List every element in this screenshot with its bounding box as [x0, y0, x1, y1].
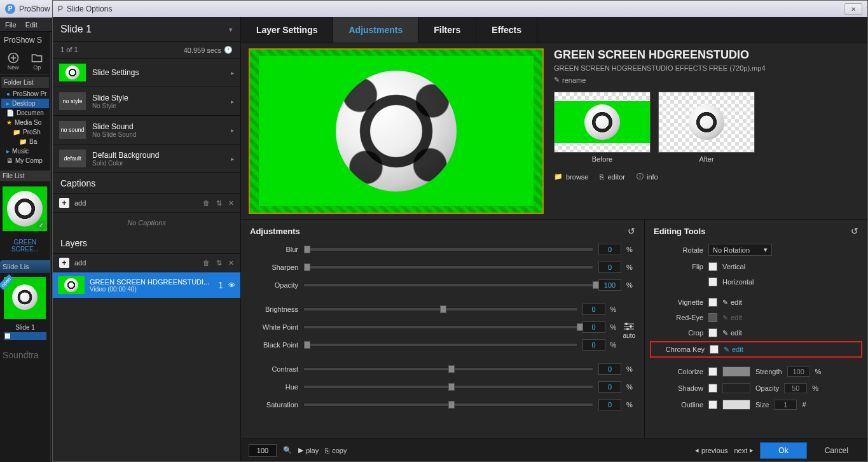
open-button[interactable]: Op	[28, 51, 47, 71]
tree-item[interactable]: ▸Desktop	[1, 99, 49, 108]
reset-icon[interactable]: ↺	[628, 226, 635, 236]
slider-track[interactable]	[303, 283, 593, 287]
add-label[interactable]: add	[74, 259, 86, 267]
tools-icon[interactable]: ✕	[228, 199, 234, 207]
add-caption-button[interactable]: +	[59, 198, 69, 208]
slider-value[interactable]: 0	[582, 321, 605, 333]
tree-item[interactable]: 🖥My Comp	[1, 156, 49, 165]
slider-value[interactable]: 0	[598, 399, 621, 410]
slider-value[interactable]: 0	[598, 363, 621, 375]
auto-button[interactable]: auto	[623, 304, 635, 357]
crop-checkbox[interactable]	[708, 328, 717, 337]
browse-button[interactable]: 📁browse	[554, 172, 588, 181]
outline-size-value[interactable]: 1	[774, 400, 797, 410]
slide-thumbnail[interactable]: open	[4, 277, 46, 319]
menu-icon[interactable]: ▾	[229, 25, 233, 34]
previous-button[interactable]: ◂previous	[695, 446, 728, 454]
outline-checkbox[interactable]	[708, 400, 717, 409]
tree-item[interactable]: ★Media So	[1, 118, 49, 127]
setting-slide-sound[interactable]: no sound Slide SoundNo Slide Sound ▸	[53, 116, 240, 144]
slider-track[interactable]	[303, 385, 593, 389]
slider-handle[interactable]	[577, 323, 583, 331]
slide-timeline-bar[interactable]	[4, 332, 46, 340]
rename-button[interactable]: ✎rename	[554, 76, 860, 84]
outline-swatch[interactable]	[722, 400, 750, 410]
slider-track[interactable]	[303, 343, 577, 347]
slider-track[interactable]	[303, 248, 593, 251]
reorder-icon[interactable]: ⇅	[216, 259, 222, 267]
visibility-icon[interactable]: 👁	[228, 281, 235, 289]
tree-item[interactable]: 📄Documen	[1, 108, 49, 118]
slider-handle[interactable]	[304, 246, 310, 253]
play-button[interactable]: ▶play	[298, 446, 319, 454]
slide-list-header[interactable]: Slide Lis	[0, 260, 50, 273]
new-button[interactable]: New	[4, 51, 23, 71]
ok-button[interactable]: Ok	[760, 442, 806, 459]
slider-track[interactable]	[303, 403, 593, 407]
tab-filters[interactable]: Filters	[418, 17, 476, 43]
setting-default-background[interactable]: default Default BackgroundSolid Color ▸	[53, 144, 240, 173]
crop-edit-button[interactable]: ✎edit	[722, 329, 742, 337]
colorize-checkbox[interactable]	[708, 367, 717, 376]
slider-handle[interactable]	[448, 365, 455, 373]
slider-track[interactable]	[303, 367, 593, 371]
slider-value[interactable]: 0	[598, 381, 621, 393]
add-layer-button[interactable]: +	[59, 258, 69, 268]
preview-canvas[interactable]	[249, 48, 544, 214]
info-button[interactable]: ⓘinfo	[637, 172, 658, 181]
shadow-opacity-value[interactable]: 50	[784, 383, 807, 393]
slider-value[interactable]: 0	[598, 262, 621, 273]
chevron-left-icon: ◂	[695, 446, 699, 454]
zoom-value[interactable]: 100	[249, 444, 277, 457]
menu-edit[interactable]: Edit	[25, 21, 38, 29]
shadow-checkbox[interactable]	[708, 384, 717, 393]
slider-handle[interactable]	[304, 263, 310, 271]
dialog-close-button[interactable]: ✕	[844, 3, 862, 15]
slider-handle[interactable]	[448, 401, 455, 409]
vignette-edit-button[interactable]: ✎edit	[722, 298, 742, 307]
editor-button[interactable]: ⎘editor	[600, 172, 625, 181]
slider-handle[interactable]	[304, 341, 310, 349]
slider-track[interactable]	[303, 265, 593, 269]
magnifier-icon[interactable]: 🔍	[283, 446, 292, 454]
colorize-swatch[interactable]	[722, 367, 750, 377]
slider-value[interactable]: 0	[582, 339, 605, 351]
file-thumbnail[interactable]: ✓	[3, 186, 47, 231]
slider-value[interactable]: 100	[598, 279, 621, 291]
slider-handle[interactable]	[440, 305, 446, 313]
tab-adjustments[interactable]: Adjustments	[333, 17, 418, 43]
tab-layer-settings[interactable]: Layer Settings	[241, 17, 333, 43]
shadow-swatch[interactable]	[722, 383, 750, 393]
add-label[interactable]: add	[74, 199, 86, 207]
trash-icon[interactable]: 🗑	[203, 199, 210, 207]
layer-item[interactable]: GREEN SCREEN HDGREENSTUDI...Video (00:00…	[53, 272, 240, 298]
copy-button[interactable]: ⎘copy	[325, 447, 347, 454]
tab-effects[interactable]: Effects	[476, 17, 537, 43]
reset-icon[interactable]: ↺	[851, 226, 858, 236]
strength-value[interactable]: 100	[787, 367, 810, 377]
slider-handle[interactable]	[593, 281, 599, 289]
tree-item[interactable]: 📁Ba	[1, 137, 49, 146]
reorder-icon[interactable]: ⇅	[216, 199, 222, 207]
slider-handle[interactable]	[448, 383, 455, 391]
chroma-key-checkbox[interactable]	[710, 345, 719, 354]
flip-vertical-checkbox[interactable]	[708, 262, 717, 271]
setting-slide-settings[interactable]: Slide Settings ▸	[53, 59, 240, 87]
chroma-key-edit-button[interactable]: ✎edit	[724, 346, 743, 354]
setting-slide-style[interactable]: no style Slide StyleNo Style ▸	[53, 87, 240, 116]
slider-track[interactable]	[303, 307, 577, 311]
slider-value[interactable]: 0	[598, 244, 621, 255]
menu-file[interactable]: File	[5, 21, 17, 29]
cancel-button[interactable]: Cancel	[813, 443, 860, 458]
vignette-checkbox[interactable]	[708, 298, 717, 307]
next-button[interactable]: next▸	[734, 446, 754, 454]
trash-icon[interactable]: 🗑	[203, 259, 210, 267]
tree-item[interactable]: ▸Music	[1, 146, 49, 156]
tools-icon[interactable]: ✕	[228, 259, 234, 267]
slider-value[interactable]: 0	[582, 304, 605, 315]
tree-item[interactable]: 📁ProSh	[1, 127, 49, 137]
rotate-dropdown[interactable]: No Rotation▾	[708, 244, 772, 256]
flip-horizontal-checkbox[interactable]	[708, 277, 717, 286]
slider-track[interactable]	[303, 325, 577, 329]
tree-item[interactable]: ●ProShow Pr	[1, 89, 49, 99]
